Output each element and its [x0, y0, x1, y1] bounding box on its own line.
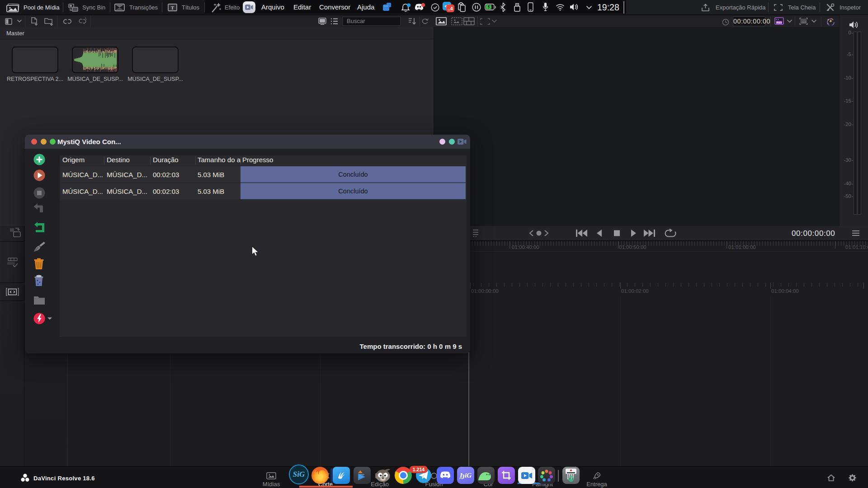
svg-text:..4: ..4: [448, 6, 453, 11]
svg-text:T: T: [171, 5, 175, 10]
svg-text:PXY: PXY: [776, 21, 782, 24]
